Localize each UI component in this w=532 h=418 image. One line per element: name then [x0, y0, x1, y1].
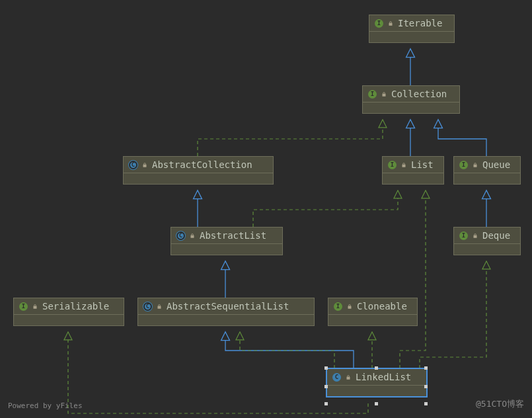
type-icon-interface: I — [459, 231, 468, 240]
class-node-serializable[interactable]: ISerializable — [13, 298, 124, 326]
powered-by-label: Powered by yFiles — [8, 401, 83, 410]
class-name: LinkedList — [356, 372, 411, 382]
class-node-list[interactable]: IList — [382, 156, 444, 185]
edge-linkedlist-to-abstractseqlist — [225, 333, 354, 368]
type-icon-class: C — [332, 373, 341, 382]
uml-class-diagram: { "nodes": { "iterable": {"label":"Itera… — [0, 0, 532, 418]
lock-icon — [381, 91, 387, 98]
type-icon-interface: I — [368, 90, 377, 99]
class-node-queue[interactable]: IQueue — [453, 156, 521, 185]
class-name: AbstractList — [200, 230, 266, 241]
type-icon-class: C — [176, 231, 185, 240]
class-name: Collection — [391, 89, 447, 99]
edge-abstractlist-to-list — [253, 191, 398, 227]
class-name: Serializable — [42, 301, 109, 312]
class-name: List — [411, 159, 434, 170]
lock-icon — [472, 161, 478, 169]
lock-icon — [189, 232, 196, 239]
lock-icon — [141, 161, 148, 169]
lock-icon — [32, 303, 38, 310]
selection-handle[interactable] — [324, 366, 328, 370]
lock-icon — [345, 374, 352, 381]
selection-handle[interactable] — [424, 402, 428, 405]
class-name: Cloneable — [357, 301, 407, 312]
class-node-abstractlist[interactable]: CAbstractList — [171, 227, 283, 255]
lock-icon — [346, 303, 353, 310]
type-icon-interface: I — [19, 302, 28, 311]
class-name: Queue — [482, 159, 510, 170]
type-icon-interface: I — [334, 302, 342, 311]
class-name: AbstractSequentialList — [167, 301, 289, 312]
selection-handle[interactable] — [424, 385, 428, 388]
class-node-linkedlist[interactable]: CLinkedList — [326, 368, 427, 397]
type-icon-interface: I — [388, 161, 397, 169]
class-node-abstractseqlist[interactable]: CAbstractSequentialList — [137, 298, 315, 326]
type-icon-interface: I — [375, 19, 383, 28]
selection-handle[interactable] — [324, 402, 328, 405]
class-node-deque[interactable]: IDeque — [453, 227, 521, 255]
connection-layer — [0, 0, 532, 418]
type-icon-class: C — [129, 161, 137, 169]
class-node-collection[interactable]: ICollection — [362, 85, 460, 114]
lock-icon — [387, 20, 394, 27]
class-node-iterable[interactable]: IIterable — [369, 15, 455, 43]
class-name: AbstractCollection — [152, 159, 252, 170]
selection-handle[interactable] — [375, 366, 378, 370]
selection-handle[interactable] — [324, 385, 328, 388]
edge-linkedlist-to-abstractseqlist — [240, 333, 334, 368]
watermark: @51CTO博客 — [476, 398, 524, 410]
selection-handle[interactable] — [424, 366, 428, 370]
class-name: Deque — [482, 230, 510, 241]
edge-linkedlist-to-list — [400, 191, 426, 368]
type-icon-class: C — [143, 302, 152, 311]
edge-queue-to-collection — [438, 120, 486, 156]
class-node-cloneable[interactable]: ICloneable — [328, 298, 418, 326]
class-name: Iterable — [398, 18, 442, 28]
lock-icon — [400, 161, 407, 169]
class-node-abstractcollection[interactable]: CAbstractCollection — [123, 156, 274, 185]
selection-handle[interactable] — [375, 402, 378, 405]
edge-linkedlist-to-serializable — [68, 333, 368, 413]
lock-icon — [156, 303, 163, 310]
edge-linkedlist-to-deque — [420, 262, 486, 368]
lock-icon — [472, 232, 478, 239]
type-icon-interface: I — [459, 161, 468, 169]
edge-abstractcollection-to-collection — [198, 120, 383, 156]
